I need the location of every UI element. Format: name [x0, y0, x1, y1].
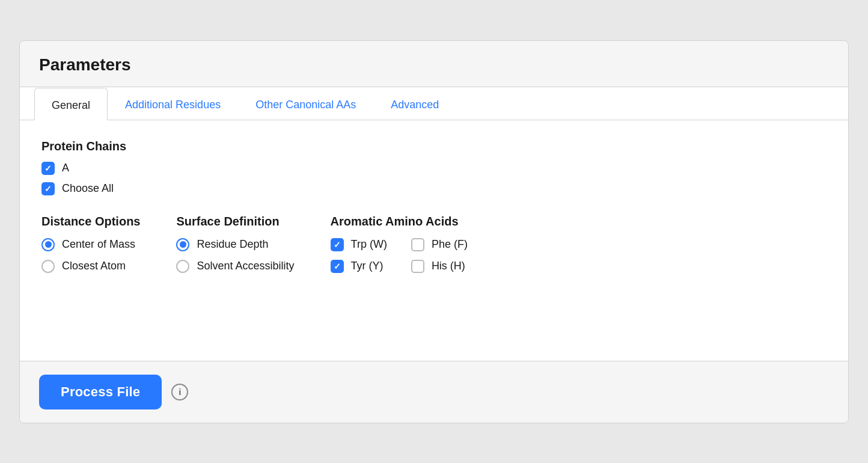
- chain-a-checkbox[interactable]: ✓: [41, 162, 55, 175]
- choose-all-check: ✓: [44, 185, 52, 193]
- his-h-checkbox[interactable]: [411, 260, 424, 273]
- panel-body: General Additional Residues Other Canoni…: [20, 87, 848, 361]
- choose-all-item[interactable]: ✓ Choose All: [41, 182, 827, 195]
- closest-atom-item[interactable]: Closest Atom: [41, 260, 140, 273]
- distance-options-radio-group: Center of Mass Closest Atom: [41, 238, 140, 273]
- panel-title: Parameters: [39, 55, 829, 75]
- solvent-accessibility-label: Solvent Accessibility: [197, 260, 294, 272]
- tyr-y-item[interactable]: ✓ Tyr (Y): [331, 260, 387, 273]
- residue-depth-label: Residue Depth: [197, 238, 268, 251]
- tab-general[interactable]: General: [34, 88, 108, 120]
- tab-additional-residues[interactable]: Additional Residues: [108, 87, 238, 120]
- chain-a-item[interactable]: ✓ A: [41, 162, 827, 175]
- his-h-item[interactable]: His (H): [411, 260, 468, 273]
- aromatic-amino-acids-group: Aromatic Amino Acids ✓ Trp (W): [331, 215, 468, 273]
- protein-chains-title: Protein Chains: [41, 140, 827, 153]
- tyr-y-check: ✓: [334, 262, 341, 271]
- panel-header: Parameters: [20, 41, 848, 87]
- process-file-button[interactable]: Process File: [39, 375, 162, 409]
- tab-advanced[interactable]: Advanced: [373, 87, 456, 120]
- protein-chains-group: ✓ A ✓ Choose All: [41, 162, 827, 195]
- surface-definition-group: Surface Definition Residue Depth Solvent…: [176, 215, 294, 273]
- choose-all-label: Choose All: [62, 182, 114, 195]
- choose-all-checkbox[interactable]: ✓: [41, 182, 55, 195]
- center-of-mass-dot: [45, 241, 52, 248]
- trp-w-check: ✓: [334, 241, 341, 249]
- trp-w-checkbox[interactable]: ✓: [331, 238, 344, 251]
- tabs-row: General Additional Residues Other Canoni…: [20, 87, 848, 120]
- his-h-label: His (H): [432, 260, 465, 272]
- solvent-accessibility-item[interactable]: Solvent Accessibility: [176, 260, 294, 273]
- tab-other-canonical-aas[interactable]: Other Canonical AAs: [238, 87, 373, 120]
- info-icon[interactable]: i: [171, 384, 188, 400]
- residue-depth-item[interactable]: Residue Depth: [176, 238, 294, 251]
- aromatic-grid: ✓ Trp (W) Phe (F): [331, 238, 468, 273]
- phe-f-checkbox[interactable]: [411, 238, 424, 251]
- tyr-y-label: Tyr (Y): [351, 260, 384, 272]
- closest-atom-radio[interactable]: [41, 260, 55, 273]
- phe-f-item[interactable]: Phe (F): [411, 238, 468, 251]
- tyr-y-checkbox[interactable]: ✓: [331, 260, 344, 273]
- residue-depth-radio[interactable]: [176, 238, 189, 251]
- surface-definition-radio-group: Residue Depth Solvent Accessibility: [176, 238, 294, 273]
- solvent-accessibility-radio[interactable]: [176, 260, 189, 273]
- distance-options-group: Distance Options Center of Mass Closest …: [41, 215, 140, 273]
- center-of-mass-radio[interactable]: [41, 238, 55, 251]
- trp-w-label: Trp (W): [351, 238, 387, 251]
- chain-a-check: ✓: [44, 164, 52, 173]
- phe-f-label: Phe (F): [432, 238, 468, 251]
- aromatic-amino-acids-title: Aromatic Amino Acids: [331, 215, 468, 228]
- trp-w-item[interactable]: ✓ Trp (W): [331, 238, 387, 251]
- distance-options-title: Distance Options: [41, 215, 140, 228]
- closest-atom-label: Closest Atom: [62, 260, 126, 272]
- surface-definition-title: Surface Definition: [176, 215, 294, 228]
- options-row: Distance Options Center of Mass Closest …: [41, 215, 827, 273]
- residue-depth-dot: [180, 241, 186, 248]
- tab-content-general: Protein Chains ✓ A ✓ Choose All: [20, 120, 848, 361]
- panel-footer: Process File i: [20, 361, 848, 423]
- center-of-mass-item[interactable]: Center of Mass: [41, 238, 140, 251]
- center-of-mass-label: Center of Mass: [62, 238, 135, 251]
- parameters-panel: Parameters General Additional Residues O…: [19, 40, 849, 423]
- chain-a-label: A: [62, 162, 69, 174]
